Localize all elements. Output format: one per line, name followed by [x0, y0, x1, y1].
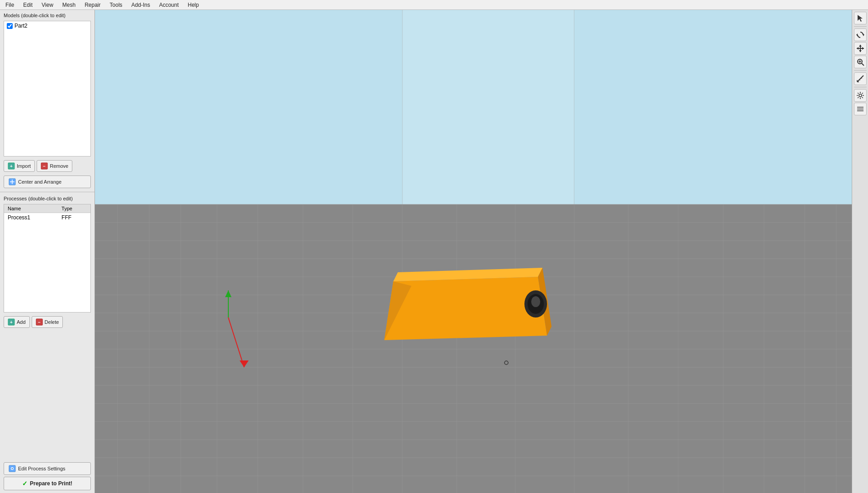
svg-marker-74: [862, 47, 864, 50]
menu-tools[interactable]: Tools: [106, 1, 126, 9]
settings-button[interactable]: [854, 89, 867, 102]
model-buttons: + Import − Remove: [0, 157, 94, 175]
prepare-icon: ✓: [22, 480, 28, 487]
svg-marker-71: [859, 45, 862, 47]
process-name: Process1: [4, 213, 58, 223]
model-name: Part2: [14, 23, 28, 29]
svg-text:+: +: [10, 320, 13, 325]
menu-file[interactable]: File: [2, 1, 18, 9]
select-tool-button[interactable]: [854, 12, 867, 24]
svg-marker-20: [95, 204, 852, 493]
rotate-icon: [856, 31, 864, 39]
toolbar-divider-1: [854, 26, 867, 27]
delete-button[interactable]: − Delete: [32, 316, 63, 328]
processes-section-title: Processes (double-click to edit): [0, 193, 94, 203]
add-button[interactable]: + Add: [4, 316, 30, 328]
panel-divider: [0, 192, 94, 192]
toolbar-divider-3: [854, 87, 867, 87]
svg-text:−: −: [38, 320, 41, 325]
menu-addins[interactable]: Add-Ins: [128, 1, 154, 9]
menu-help[interactable]: Help: [184, 1, 203, 9]
svg-marker-73: [857, 47, 859, 50]
zoom-view-button[interactable]: [854, 56, 867, 68]
svg-marker-16: [402, 10, 574, 204]
settings-icon: [856, 91, 864, 100]
viewport[interactable]: [95, 10, 852, 493]
right-toolbar: [852, 10, 868, 493]
svg-marker-72: [859, 50, 862, 52]
add-icon: +: [8, 318, 15, 326]
svg-marker-15: [95, 10, 402, 204]
menu-mesh[interactable]: Mesh: [59, 1, 79, 9]
center-arrange-button[interactable]: Center and Arrange: [4, 175, 91, 188]
menu-repair[interactable]: Repair: [81, 1, 104, 9]
import-button[interactable]: + Import: [4, 160, 35, 172]
center-arrange-icon: [9, 178, 16, 185]
menu-edit[interactable]: Edit: [19, 1, 36, 9]
svg-point-60: [531, 296, 540, 307]
svg-line-79: [857, 76, 863, 82]
zoom-icon: [856, 58, 864, 66]
measure-tool-button[interactable]: [854, 72, 867, 85]
svg-marker-68: [856, 33, 858, 36]
edit-process-icon: [9, 465, 16, 472]
pan-view-button[interactable]: [854, 42, 867, 55]
left-panel: Models (double-click to edit) Part2 + Im…: [0, 10, 95, 493]
process-row[interactable]: Process1 FFF: [4, 213, 90, 223]
svg-point-84: [859, 94, 862, 97]
model-item[interactable]: Part2: [4, 21, 90, 30]
svg-line-76: [862, 63, 864, 66]
toolbar-divider-2: [854, 70, 867, 71]
rotate-view-button[interactable]: [854, 28, 867, 41]
bottom-buttons: Edit Process Settings ✓ Prepare to Print…: [0, 460, 94, 493]
delete-icon: −: [36, 318, 43, 326]
layers-button[interactable]: [854, 103, 867, 115]
viewport-scene: [95, 10, 852, 493]
import-icon: +: [8, 162, 15, 170]
pan-icon: [856, 44, 864, 52]
menu-view[interactable]: View: [38, 1, 57, 9]
remove-button[interactable]: − Remove: [37, 160, 72, 172]
cursor-icon: [856, 14, 864, 22]
svg-marker-17: [574, 10, 852, 204]
models-section-title: Models (double-click to edit): [0, 10, 94, 20]
processes-list: Name Type Process1 FFF: [4, 204, 91, 313]
col-name: Name: [4, 204, 58, 213]
svg-text:−: −: [43, 164, 46, 169]
remove-icon: −: [41, 162, 48, 170]
process-type: FFF: [58, 213, 90, 223]
models-list: Part2: [4, 21, 91, 156]
svg-marker-66: [858, 15, 863, 22]
process-buttons: + Add − Delete: [0, 313, 94, 331]
menubar: File Edit View Mesh Repair Tools Add-Ins…: [0, 0, 868, 10]
menu-account[interactable]: Account: [156, 1, 182, 9]
model-checkbox[interactable]: [7, 23, 13, 29]
prepare-to-print-button[interactable]: ✓ Prepare to Print!: [4, 477, 91, 490]
svg-text:+: +: [10, 164, 13, 169]
svg-marker-67: [863, 33, 864, 36]
edit-process-settings-button[interactable]: Edit Process Settings: [4, 462, 91, 475]
col-type: Type: [58, 204, 90, 213]
svg-point-13: [12, 468, 13, 469]
measure-icon: [856, 75, 864, 83]
process-table: Name Type Process1 FFF: [4, 204, 90, 222]
layers-icon: [856, 105, 864, 113]
